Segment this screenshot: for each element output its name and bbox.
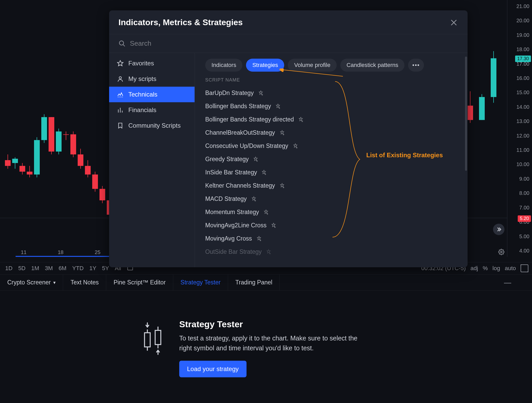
svg-rect-22 <box>78 154 83 166</box>
fullscreen-icon[interactable] <box>521 264 528 272</box>
interval-1d[interactable]: 1D <box>4 264 14 273</box>
svg-rect-18 <box>63 134 69 135</box>
tab-text-notes[interactable]: Text Notes <box>63 275 106 290</box>
svg-rect-40 <box>144 333 150 347</box>
strategy-label: MovingAvg Cross <box>205 235 252 242</box>
interval-1y[interactable]: 1Y <box>88 264 98 273</box>
sidebar-item-favorites[interactable]: Favorites <box>109 56 195 71</box>
annotation-arrow-icon <box>278 69 345 79</box>
svg-rect-4 <box>12 159 18 163</box>
strategy-label: MACD Strategy <box>205 195 247 202</box>
add-to-favorites-icon[interactable] <box>253 156 258 162</box>
minimize-panel-icon[interactable]: — <box>504 278 511 287</box>
svg-rect-34 <box>479 97 485 120</box>
sidebar-item-financials[interactable]: Financials <box>109 102 195 118</box>
scrollbar-thumb[interactable] <box>465 57 467 171</box>
low-price-badge: 5.20 <box>518 215 531 222</box>
strategy-label: Consecutive Up/Down Strategy <box>205 142 288 149</box>
close-icon[interactable] <box>449 18 458 27</box>
percent-toggle[interactable]: % <box>483 265 488 272</box>
price-axis: 21.00 20.00 19.00 18.00 17.00 16.00 15.0… <box>507 0 532 257</box>
tab-strategy-tester[interactable]: Strategy Tester <box>173 275 228 290</box>
pill-more[interactable]: ••• <box>408 59 424 72</box>
annotation-label: List of Existing Strategies <box>366 152 443 159</box>
add-to-favorites-icon[interactable] <box>266 249 271 255</box>
interval-5d[interactable]: 5D <box>17 264 27 273</box>
sidebar-item-technicals[interactable]: Technicals <box>109 87 195 102</box>
interval-3m[interactable]: 3M <box>43 264 55 273</box>
log-toggle[interactable]: log <box>493 265 500 272</box>
strategy-label: ChannelBreakOutStrategy <box>205 129 275 136</box>
bar-chart-icon <box>117 107 124 113</box>
chart-collapse-right-button[interactable] <box>493 224 504 235</box>
interval-ytd[interactable]: YTD <box>71 264 85 273</box>
svg-rect-24 <box>85 166 91 174</box>
strategy-tester-icon <box>140 319 166 358</box>
add-to-favorites-icon[interactable] <box>271 223 276 228</box>
add-to-favorites-icon[interactable] <box>251 196 257 202</box>
tab-pine-editor[interactable]: Pine Script™ Editor <box>106 275 173 290</box>
strategy-label: Bollinger Bands Strategy directed <box>205 116 294 123</box>
strategy-row[interactable]: OutSide Bar Strategy <box>205 245 460 258</box>
maximize-panel-icon[interactable] <box>519 278 526 285</box>
chevron-down-icon: ▾ <box>53 280 56 285</box>
sidebar-item-community[interactable]: Community Scripts <box>109 118 195 133</box>
indicators-modal: Indicators, Metrics & Strategies Favorit… <box>109 10 468 267</box>
tab-trading-panel[interactable]: Trading Panel <box>228 275 280 290</box>
user-icon <box>117 76 124 82</box>
annotation-brace-icon <box>330 79 361 240</box>
star-icon <box>117 60 124 67</box>
add-to-favorites-icon[interactable] <box>292 143 298 149</box>
interval-6m[interactable]: 6M <box>57 264 68 273</box>
svg-rect-26 <box>92 174 98 189</box>
auto-toggle[interactable]: auto <box>505 265 516 272</box>
add-to-favorites-icon[interactable] <box>256 236 262 242</box>
search-icon <box>118 40 126 47</box>
tab-crypto-screener[interactable]: Crypto Screener▾ <box>0 275 63 290</box>
svg-point-45 <box>119 41 124 45</box>
strategy-label: BarUpDn Strategy <box>205 90 254 97</box>
strategy-label: Bollinger Bands Strategy <box>205 103 271 110</box>
svg-rect-14 <box>49 117 54 152</box>
svg-rect-2 <box>5 160 11 166</box>
modal-search[interactable] <box>109 34 468 53</box>
add-to-favorites-icon[interactable] <box>261 170 267 175</box>
strategy-tester-description: To test a strategy, apply it to the char… <box>179 333 371 353</box>
bottom-panel-tabs: Crypto Screener▾ Text Notes Pine Script™… <box>0 275 532 291</box>
search-input[interactable] <box>130 39 458 47</box>
add-to-favorites-icon[interactable] <box>258 90 264 96</box>
strategy-label: MovingAvg2Line Cross <box>205 222 267 229</box>
svg-rect-28 <box>99 189 105 200</box>
strategy-tester-title: Strategy Tester <box>179 319 371 329</box>
svg-rect-6 <box>19 166 25 172</box>
modal-title: Indicators, Metrics & Strategies <box>118 18 243 27</box>
svg-rect-20 <box>70 134 76 154</box>
add-to-favorites-icon[interactable] <box>263 209 269 215</box>
svg-rect-43 <box>155 330 161 345</box>
strategy-label: Keltner Channels Strategy <box>205 182 275 189</box>
modal-content: Indicators Strategies Volume profile Can… <box>195 53 468 267</box>
sidebar-item-my-scripts[interactable]: My scripts <box>109 71 195 87</box>
add-to-favorites-icon[interactable] <box>275 104 281 109</box>
pill-candlestick[interactable]: Candlestick patterns <box>340 59 404 72</box>
svg-rect-32 <box>467 106 473 120</box>
strategy-label: InSide Bar Strategy <box>205 169 257 176</box>
svg-point-37 <box>501 251 502 253</box>
add-to-favorites-icon[interactable] <box>279 183 285 189</box>
add-to-favorites-icon[interactable] <box>298 117 304 122</box>
strategy-tester-panel: Strategy Tester To test a strategy, appl… <box>0 291 532 403</box>
svg-rect-12 <box>41 117 47 140</box>
add-to-favorites-icon[interactable] <box>279 130 285 136</box>
adj-toggle[interactable]: adj <box>470 265 478 272</box>
svg-rect-8 <box>27 172 32 174</box>
bookmark-icon <box>117 122 124 129</box>
pill-indicators[interactable]: Indicators <box>205 59 242 72</box>
load-strategy-button[interactable]: Load your strategy <box>179 361 247 377</box>
time-axis-settings-icon[interactable] <box>498 249 504 256</box>
current-price-badge: 17.30 <box>515 56 531 62</box>
svg-rect-16 <box>56 132 62 152</box>
strategy-label: Momentum Strategy <box>205 209 259 216</box>
interval-1m[interactable]: 1M <box>30 264 41 273</box>
strategy-label: Greedy Strategy <box>205 156 249 163</box>
svg-rect-36 <box>491 58 496 97</box>
